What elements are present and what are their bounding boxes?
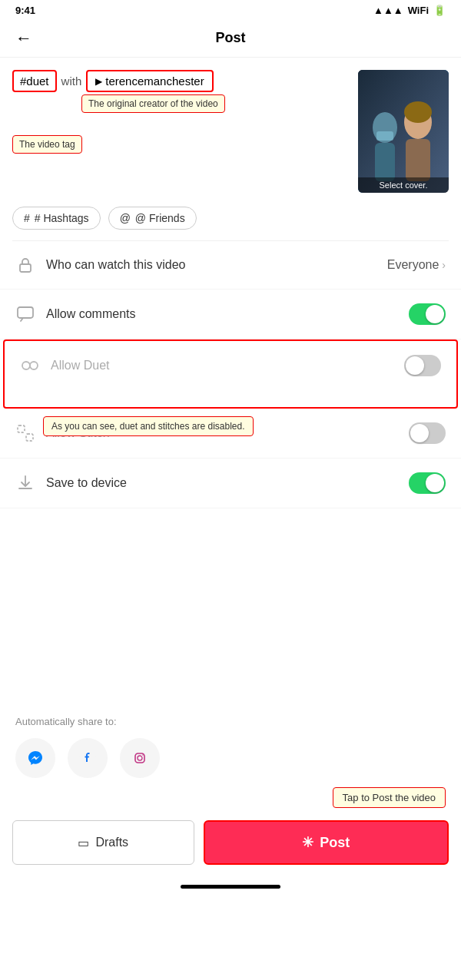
lock-icon (15, 255, 35, 275)
save-to-device-row: Save to device (0, 459, 461, 508)
post-icon: ✳ (302, 834, 313, 851)
share-icons (15, 738, 446, 778)
video-thumbnail[interactable]: Select cover. (358, 70, 449, 193)
battery-icon: 🔋 (433, 5, 446, 16)
post-tooltip-wrapper: Tap to Post the video (0, 787, 461, 808)
back-button[interactable]: ← (15, 28, 32, 48)
svg-rect-8 (18, 307, 33, 318)
friends-label: @ Friends (135, 212, 185, 224)
svg-rect-7 (20, 264, 31, 272)
hashtags-button[interactable]: # # Hashtags (12, 207, 101, 230)
facebook-button[interactable] (68, 738, 108, 778)
time: 9:41 (15, 5, 35, 16)
hashtags-label: # Hashtags (35, 212, 89, 224)
stitch-icon (15, 423, 35, 443)
tags-row: # # Hashtags @ @ Friends (0, 199, 461, 240)
svg-point-10 (30, 362, 38, 369)
svg-rect-12 (26, 434, 33, 441)
post-label: Post (320, 835, 350, 851)
thumb-overlay: Select cover. (358, 70, 449, 193)
with-label: with (61, 74, 82, 88)
share-section: Automatically share to: (0, 700, 461, 787)
creator-name: terencemanchester (105, 74, 204, 88)
creator-box[interactable]: ▶ terencemanchester (86, 70, 213, 92)
instagram-button[interactable] (120, 738, 160, 778)
who-can-watch-row[interactable]: Who can watch this video Everyone › (0, 241, 461, 290)
video-tag[interactable]: #duet (12, 70, 57, 92)
wifi-icon: WiFi (408, 5, 429, 16)
drafts-button[interactable]: ▭ Drafts (12, 820, 194, 865)
friends-button[interactable]: @ @ Friends (108, 207, 197, 230)
caption-section: #duet with ▶ terencemanchester The origi… (12, 70, 349, 154)
save-to-device-toggle[interactable] (409, 472, 446, 494)
header: ← Post (0, 19, 461, 58)
drafts-icon: ▭ (78, 836, 89, 850)
drafts-label: Drafts (95, 836, 128, 849)
comment-icon (15, 304, 35, 324)
svg-point-18 (142, 754, 144, 756)
toggle-knob-save (426, 474, 444, 492)
share-label: Automatically share to: (15, 716, 446, 727)
allow-duet-toggle[interactable] (404, 355, 441, 376)
svg-point-9 (22, 362, 30, 369)
messenger-button[interactable] (15, 738, 55, 778)
hashtag-icon: # (24, 212, 30, 224)
empty-space (0, 508, 461, 700)
who-can-watch-value: Everyone › (387, 258, 446, 272)
select-cover-label[interactable]: Select cover. (358, 177, 449, 193)
allow-stitch-toggle[interactable] (409, 422, 446, 444)
caption-annotations: #duet with ▶ terencemanchester The origi… (12, 70, 349, 154)
page-title: Post (215, 30, 245, 46)
allow-duet-row: Allow Duet As you can see, duet and stit… (3, 339, 458, 409)
duet-annotation: As you can see, duet and stitches are di… (43, 416, 254, 436)
video-tag-annotation: The video tag (12, 135, 82, 154)
creator-annotation: The original creator of the video (81, 94, 225, 113)
save-icon (15, 473, 35, 493)
svg-rect-11 (18, 425, 25, 432)
toggle-knob-stitch (410, 424, 429, 442)
post-button[interactable]: ✳ Post (204, 820, 449, 865)
post-tooltip: Tap to Post the video (333, 787, 446, 808)
bottom-buttons: ▭ Drafts ✳ Post (0, 814, 461, 877)
at-icon: @ (120, 212, 131, 224)
allow-comments-label: Allow comments (46, 307, 409, 321)
caption-row: #duet with ▶ terencemanchester (12, 70, 349, 92)
duet-icon (20, 356, 40, 376)
allow-duet-label: Allow Duet (51, 359, 404, 372)
toggle-knob (426, 305, 444, 323)
allow-comments-row: Allow comments (0, 290, 461, 339)
toggle-knob-duet (406, 356, 424, 375)
signal-icon: ▲▲▲ (373, 5, 403, 16)
status-bar: 9:41 ▲▲▲ WiFi 🔋 (0, 0, 461, 19)
editor-area: #duet with ▶ terencemanchester The origi… (0, 58, 461, 199)
chevron-right-icon: › (442, 259, 446, 271)
allow-comments-toggle[interactable] (409, 303, 446, 325)
save-to-device-label: Save to device (46, 476, 409, 490)
play-icon: ▶ (95, 76, 102, 87)
svg-point-15 (131, 750, 148, 766)
who-can-watch-label: Who can watch this video (46, 258, 387, 272)
home-indicator (181, 885, 280, 889)
